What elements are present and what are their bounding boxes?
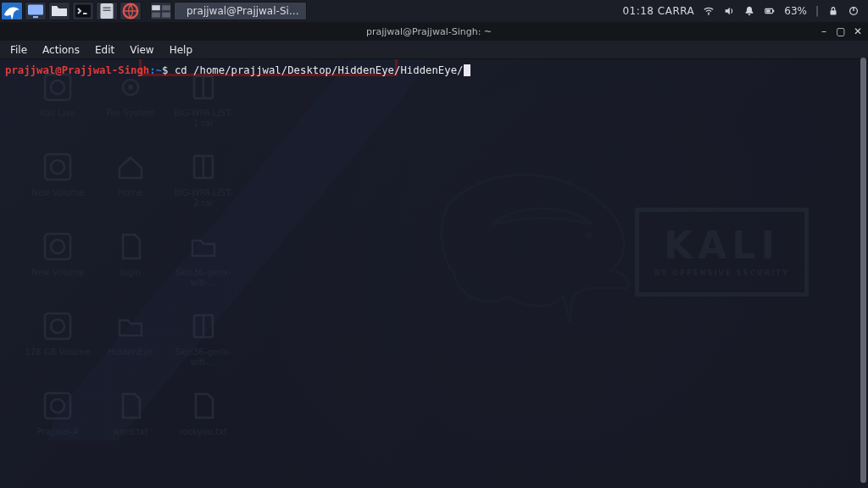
wifi-icon[interactable] <box>703 5 715 17</box>
terminal-menubar: File Actions Edit View Help <box>0 41 868 59</box>
window-close-button[interactable]: ✕ <box>853 26 863 36</box>
workspace-icon <box>151 4 171 19</box>
menu-edit[interactable]: Edit <box>95 44 114 56</box>
editor-icon <box>97 1 117 21</box>
menu-help[interactable]: Help <box>170 44 192 56</box>
terminal-titlebar[interactable]: prajjwal@Prajjwal-Singh: ~ – ▢ ✕ <box>0 22 868 41</box>
folder-icon <box>49 1 70 21</box>
svg-rect-27 <box>162 5 170 10</box>
svg-rect-34 <box>773 10 774 13</box>
text-editor-button[interactable] <box>96 2 118 20</box>
tray-divider: | <box>815 5 819 17</box>
prompt-user: prajjwal@Prajjwal-Singh <box>5 64 149 76</box>
svg-rect-20 <box>33 16 38 18</box>
svg-rect-35 <box>766 9 771 12</box>
menu-actions[interactable]: Actions <box>42 44 80 56</box>
taskbar-entry-terminal[interactable]: prajjwal@Prajjwal-Si… <box>174 2 307 20</box>
svg-rect-32 <box>748 14 751 15</box>
terminal-cursor <box>464 64 470 76</box>
kali-logo-icon <box>2 1 22 21</box>
terminal-icon <box>73 1 93 21</box>
system-bar: prajjwal@Prajjwal-Si… 01:18 CARRA 63% | <box>0 0 868 22</box>
svg-rect-19 <box>28 5 43 15</box>
svg-rect-24 <box>103 10 111 12</box>
battery-percentage: 63% <box>784 5 807 17</box>
command-text: cd /home/prajjwal/Desktop/HiddenEye/Hidd… <box>175 64 464 76</box>
taskbar-entry-label: prajjwal@Prajjwal-Si… <box>186 5 299 17</box>
svg-rect-36 <box>831 10 837 14</box>
terminal-window: prajjwal@Prajjwal-Singh: ~ – ▢ ✕ File Ac… <box>0 22 868 488</box>
svg-rect-21 <box>75 5 91 18</box>
file-manager-button[interactable] <box>48 2 70 20</box>
browser-button[interactable] <box>120 2 142 20</box>
window-maximize-button[interactable]: ▢ <box>836 26 846 36</box>
prompt-separator: : <box>149 64 155 76</box>
bell-icon[interactable] <box>743 5 755 17</box>
menu-view[interactable]: View <box>130 44 153 56</box>
show-desktop-button[interactable] <box>25 2 47 20</box>
terminal-scrollbar[interactable] <box>860 58 866 483</box>
window-minimize-button[interactable]: – <box>819 26 829 36</box>
desktop-icon <box>25 1 46 21</box>
prompt-end: $ <box>162 64 168 76</box>
globe-icon <box>120 1 141 21</box>
terminal-line: prajjwal@Prajjwal-Singh:~$ cd /home/praj… <box>5 64 861 76</box>
terminal-title: prajjwal@Prajjwal-Singh: ~ <box>39 26 819 37</box>
prompt-path: ~ <box>156 64 162 76</box>
svg-rect-23 <box>103 8 111 9</box>
svg-point-31 <box>708 14 709 15</box>
terminal-launcher-button[interactable] <box>72 2 94 20</box>
svg-rect-28 <box>152 12 160 17</box>
terminal-body[interactable]: prajjwal@Prajjwal-Singh:~$ cd /home/praj… <box>0 59 868 488</box>
power-icon[interactable] <box>848 5 860 17</box>
menu-file[interactable]: File <box>10 44 27 56</box>
workspace-switcher[interactable] <box>150 2 172 20</box>
app-menu-button[interactable] <box>1 2 23 20</box>
lock-icon[interactable] <box>827 5 839 17</box>
svg-rect-29 <box>162 12 170 17</box>
battery-icon[interactable] <box>764 5 776 17</box>
volume-icon[interactable] <box>723 5 735 17</box>
clock[interactable]: 01:18 CARRA <box>622 5 694 17</box>
svg-rect-26 <box>152 5 160 10</box>
